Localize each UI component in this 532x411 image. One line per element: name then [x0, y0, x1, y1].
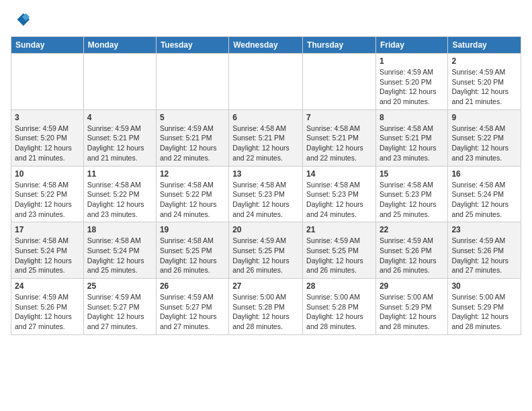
day-number: 25 — [87, 281, 152, 291]
day-detail: Sunrise: 4:59 AM Sunset: 5:26 PM Dayligh… — [15, 292, 80, 332]
day-number: 2 — [451, 56, 517, 66]
calendar-cell: 19Sunrise: 4:58 AM Sunset: 5:25 PM Dayli… — [156, 222, 228, 279]
day-detail: Sunrise: 4:58 AM Sunset: 5:24 PM Dayligh… — [15, 236, 80, 275]
calendar-cell: 8Sunrise: 4:58 AM Sunset: 5:21 PM Daylig… — [375, 109, 447, 166]
header-tuesday: Tuesday — [156, 37, 228, 54]
day-number: 18 — [87, 225, 152, 234]
header-saturday: Saturday — [448, 37, 521, 54]
calendar-cell: 11Sunrise: 4:58 AM Sunset: 5:22 PM Dayli… — [83, 166, 156, 222]
day-number: 7 — [306, 113, 372, 122]
day-number: 11 — [87, 169, 152, 179]
day-detail: Sunrise: 4:59 AM Sunset: 5:27 PM Dayligh… — [160, 292, 225, 332]
day-number: 10 — [15, 169, 80, 179]
day-number: 24 — [15, 281, 80, 291]
calendar-week-2: 3Sunrise: 4:59 AM Sunset: 5:20 PM Daylig… — [11, 109, 521, 166]
calendar-cell: 28Sunrise: 5:00 AM Sunset: 5:28 PM Dayli… — [303, 279, 376, 335]
header-friday: Friday — [375, 37, 447, 54]
day-number: 29 — [380, 281, 444, 291]
page-header — [11, 11, 521, 32]
day-detail: Sunrise: 4:59 AM Sunset: 5:25 PM Dayligh… — [232, 236, 299, 275]
day-number: 6 — [232, 113, 299, 122]
day-number: 20 — [232, 225, 299, 234]
day-number: 23 — [451, 225, 517, 234]
day-number: 15 — [380, 169, 444, 179]
calendar-cell: 3Sunrise: 4:59 AM Sunset: 5:20 PM Daylig… — [11, 109, 84, 166]
day-detail: Sunrise: 5:00 AM Sunset: 5:28 PM Dayligh… — [232, 292, 299, 332]
day-detail: Sunrise: 4:58 AM Sunset: 5:22 PM Dayligh… — [451, 124, 517, 163]
header-wednesday: Wednesday — [229, 37, 303, 54]
day-detail: Sunrise: 4:59 AM Sunset: 5:27 PM Dayligh… — [87, 292, 152, 332]
calendar-cell: 7Sunrise: 4:58 AM Sunset: 5:21 PM Daylig… — [303, 109, 376, 166]
calendar-cell: 20Sunrise: 4:59 AM Sunset: 5:25 PM Dayli… — [229, 222, 303, 279]
day-detail: Sunrise: 4:59 AM Sunset: 5:20 PM Dayligh… — [15, 124, 80, 163]
day-number: 3 — [15, 113, 80, 122]
day-number: 17 — [15, 225, 80, 234]
header-sunday: Sunday — [11, 37, 84, 54]
day-number: 1 — [380, 56, 444, 66]
calendar-cell: 25Sunrise: 4:59 AM Sunset: 5:27 PM Dayli… — [83, 279, 156, 335]
calendar-cell: 13Sunrise: 4:58 AM Sunset: 5:23 PM Dayli… — [229, 166, 303, 222]
calendar-cell: 2Sunrise: 4:59 AM Sunset: 5:20 PM Daylig… — [448, 54, 521, 110]
calendar-cell: 23Sunrise: 4:59 AM Sunset: 5:26 PM Dayli… — [448, 222, 521, 279]
day-detail: Sunrise: 4:58 AM Sunset: 5:23 PM Dayligh… — [380, 180, 444, 220]
day-detail: Sunrise: 4:59 AM Sunset: 5:25 PM Dayligh… — [306, 236, 372, 275]
day-detail: Sunrise: 4:59 AM Sunset: 5:21 PM Dayligh… — [87, 124, 152, 163]
calendar-cell: 30Sunrise: 5:00 AM Sunset: 5:29 PM Dayli… — [448, 279, 521, 335]
day-number: 28 — [306, 281, 372, 291]
calendar-cell — [229, 54, 303, 110]
logo — [11, 11, 31, 32]
logo-icon — [12, 11, 31, 30]
calendar-cell: 24Sunrise: 4:59 AM Sunset: 5:26 PM Dayli… — [11, 279, 84, 335]
calendar-cell — [156, 54, 228, 110]
day-detail: Sunrise: 4:58 AM Sunset: 5:24 PM Dayligh… — [451, 180, 517, 220]
day-number: 27 — [232, 281, 299, 291]
day-detail: Sunrise: 4:58 AM Sunset: 5:24 PM Dayligh… — [87, 236, 152, 275]
day-detail: Sunrise: 5:00 AM Sunset: 5:29 PM Dayligh… — [451, 292, 517, 332]
day-detail: Sunrise: 4:58 AM Sunset: 5:22 PM Dayligh… — [15, 180, 80, 220]
day-number: 30 — [451, 281, 517, 291]
day-detail: Sunrise: 4:59 AM Sunset: 5:26 PM Dayligh… — [380, 236, 444, 275]
day-detail: Sunrise: 4:58 AM Sunset: 5:22 PM Dayligh… — [87, 180, 152, 220]
calendar-table: SundayMondayTuesdayWednesdayThursdayFrid… — [11, 36, 521, 335]
day-detail: Sunrise: 4:58 AM Sunset: 5:21 PM Dayligh… — [380, 124, 444, 163]
calendar-cell — [83, 54, 156, 110]
day-number: 14 — [306, 169, 372, 179]
day-number: 4 — [87, 113, 152, 122]
day-number: 22 — [380, 225, 444, 234]
calendar-cell: 21Sunrise: 4:59 AM Sunset: 5:25 PM Dayli… — [303, 222, 376, 279]
day-detail: Sunrise: 4:58 AM Sunset: 5:25 PM Dayligh… — [160, 236, 225, 275]
calendar-cell: 18Sunrise: 4:58 AM Sunset: 5:24 PM Dayli… — [83, 222, 156, 279]
calendar-week-5: 24Sunrise: 4:59 AM Sunset: 5:26 PM Dayli… — [11, 279, 521, 335]
calendar-cell: 27Sunrise: 5:00 AM Sunset: 5:28 PM Dayli… — [229, 279, 303, 335]
calendar-cell: 6Sunrise: 4:58 AM Sunset: 5:21 PM Daylig… — [229, 109, 303, 166]
calendar-cell: 16Sunrise: 4:58 AM Sunset: 5:24 PM Dayli… — [448, 166, 521, 222]
header-thursday: Thursday — [303, 37, 376, 54]
day-detail: Sunrise: 4:58 AM Sunset: 5:21 PM Dayligh… — [306, 124, 372, 163]
calendar-cell: 17Sunrise: 4:58 AM Sunset: 5:24 PM Dayli… — [11, 222, 84, 279]
day-detail: Sunrise: 4:59 AM Sunset: 5:26 PM Dayligh… — [451, 236, 517, 275]
calendar-cell: 5Sunrise: 4:59 AM Sunset: 5:21 PM Daylig… — [156, 109, 228, 166]
calendar-cell — [11, 54, 84, 110]
day-number: 21 — [306, 225, 372, 234]
day-number: 5 — [160, 113, 225, 122]
day-detail: Sunrise: 5:00 AM Sunset: 5:29 PM Dayligh… — [380, 292, 444, 332]
calendar-cell: 10Sunrise: 4:58 AM Sunset: 5:22 PM Dayli… — [11, 166, 84, 222]
calendar-cell: 4Sunrise: 4:59 AM Sunset: 5:21 PM Daylig… — [83, 109, 156, 166]
day-detail: Sunrise: 4:58 AM Sunset: 5:21 PM Dayligh… — [232, 124, 299, 163]
day-detail: Sunrise: 4:58 AM Sunset: 5:23 PM Dayligh… — [306, 180, 372, 220]
calendar-week-4: 17Sunrise: 4:58 AM Sunset: 5:24 PM Dayli… — [11, 222, 521, 279]
day-detail: Sunrise: 4:58 AM Sunset: 5:23 PM Dayligh… — [232, 180, 299, 220]
calendar-cell — [303, 54, 376, 110]
day-number: 19 — [160, 225, 225, 234]
day-detail: Sunrise: 4:58 AM Sunset: 5:22 PM Dayligh… — [160, 180, 225, 220]
calendar-cell: 9Sunrise: 4:58 AM Sunset: 5:22 PM Daylig… — [448, 109, 521, 166]
day-number: 12 — [160, 169, 225, 179]
day-detail: Sunrise: 4:59 AM Sunset: 5:20 PM Dayligh… — [451, 67, 517, 107]
calendar-week-3: 10Sunrise: 4:58 AM Sunset: 5:22 PM Dayli… — [11, 166, 521, 222]
calendar-cell: 29Sunrise: 5:00 AM Sunset: 5:29 PM Dayli… — [375, 279, 447, 335]
calendar-cell: 12Sunrise: 4:58 AM Sunset: 5:22 PM Dayli… — [156, 166, 228, 222]
day-number: 16 — [451, 169, 517, 179]
calendar-header-row: SundayMondayTuesdayWednesdayThursdayFrid… — [11, 37, 521, 54]
day-number: 9 — [451, 113, 517, 122]
calendar-cell: 14Sunrise: 4:58 AM Sunset: 5:23 PM Dayli… — [303, 166, 376, 222]
